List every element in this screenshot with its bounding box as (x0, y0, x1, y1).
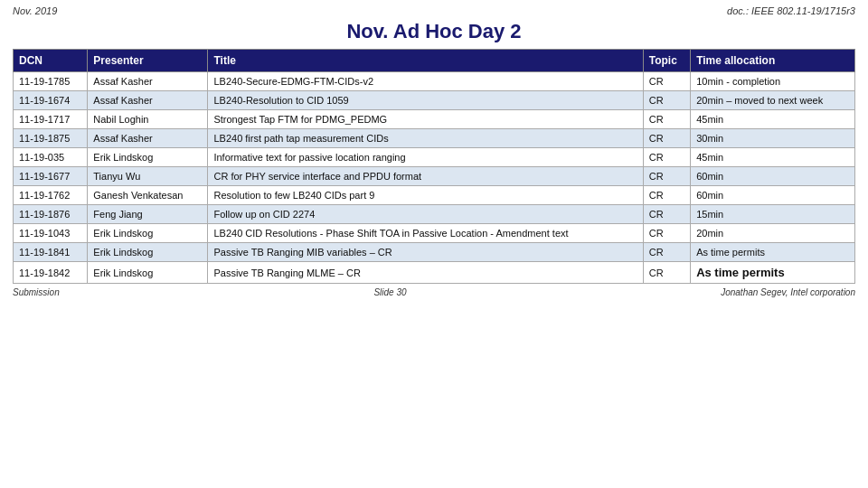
col-header-topic: Topic (643, 50, 690, 72)
cell-dcn: 11-19-1717 (14, 110, 88, 129)
cell-title: Passive TB Ranging MLME – CR (208, 262, 643, 284)
cell-presenter: Assaf Kasher (88, 91, 208, 110)
cell-time: 10min - completion (691, 72, 855, 91)
cell-topic: CR (643, 129, 690, 148)
cell-dcn: 11-19-1841 (14, 243, 88, 262)
cell-topic: CR (643, 262, 690, 284)
cell-presenter: Erik Lindskog (88, 148, 208, 167)
cell-presenter: Nabil Loghin (88, 110, 208, 129)
table-row: 11-19-035Erik LindskogInformative text f… (14, 148, 855, 167)
page-title: Nov. Ad Hoc Day 2 (13, 20, 855, 43)
cell-dcn: 11-19-1876 (14, 205, 88, 224)
cell-topic: CR (643, 243, 690, 262)
table-row: 11-19-1762Ganesh VenkatesanResolution to… (14, 186, 855, 205)
table-header-row: DCN Presenter Title Topic Time allocatio… (14, 50, 855, 72)
table-row: 11-19-1785Assaf KasherLB240-Secure-EDMG-… (14, 72, 855, 91)
cell-presenter: Feng Jiang (88, 205, 208, 224)
cell-topic: CR (643, 148, 690, 167)
cell-title: Passive TB Ranging MIB variables – CR (208, 243, 643, 262)
table-row: 11-19-1875Assaf KasherLB240 first path t… (14, 129, 855, 148)
cell-time: As time permits (691, 243, 855, 262)
footer: Submission Slide 30 Jonathan Segev, Inte… (13, 287, 855, 297)
cell-presenter: Erik Lindskog (88, 224, 208, 243)
cell-title: Follow up on CID 2274 (208, 205, 643, 224)
cell-dcn: 11-19-1674 (14, 91, 88, 110)
cell-topic: CR (643, 72, 690, 91)
cell-time: 15min (691, 205, 855, 224)
cell-title: CR for PHY service interface and PPDU fo… (208, 167, 643, 186)
cell-presenter: Assaf Kasher (88, 129, 208, 148)
cell-time: 60min (691, 167, 855, 186)
top-bar: Nov. 2019 doc.: IEEE 802.11-19/1715r3 (13, 5, 855, 16)
cell-title: LB240-Secure-EDMG-FTM-CIDs-v2 (208, 72, 643, 91)
table-row: 11-19-1717Nabil LoghinStrongest Tap FTM … (14, 110, 855, 129)
cell-time: As time permits (691, 262, 855, 284)
cell-topic: CR (643, 186, 690, 205)
footer-left: Submission (13, 287, 60, 297)
cell-topic: CR (643, 110, 690, 129)
table-row: 11-19-1043Erik LindskogLB240 CID Resolut… (14, 224, 855, 243)
header-doc: doc.: IEEE 802.11-19/1715r3 (727, 5, 855, 16)
cell-time: 45min (691, 110, 855, 129)
cell-time: 20min – moved to next week (691, 91, 855, 110)
cell-dcn: 11-19-1762 (14, 186, 88, 205)
cell-topic: CR (643, 167, 690, 186)
header-date: Nov. 2019 (13, 5, 57, 16)
cell-topic: CR (643, 91, 690, 110)
cell-dcn: 11-19-1842 (14, 262, 88, 284)
cell-time: 30min (691, 129, 855, 148)
cell-topic: CR (643, 224, 690, 243)
cell-title: Resolution to few LB240 CIDs part 9 (208, 186, 643, 205)
cell-time: 20min (691, 224, 855, 243)
cell-dcn: 11-19-1043 (14, 224, 88, 243)
footer-center: Slide 30 (373, 287, 406, 297)
table-row: 11-19-1876Feng JiangFollow up on CID 227… (14, 205, 855, 224)
cell-dcn: 11-19-035 (14, 148, 88, 167)
cell-title: Strongest Tap FTM for PDMG_PEDMG (208, 110, 643, 129)
cell-presenter: Assaf Kasher (88, 72, 208, 91)
cell-time: 45min (691, 148, 855, 167)
cell-title: Informative text for passive location ra… (208, 148, 643, 167)
cell-topic: CR (643, 205, 690, 224)
cell-presenter: Erik Lindskog (88, 243, 208, 262)
cell-dcn: 11-19-1785 (14, 72, 88, 91)
table-row: 11-19-1677Tianyu WuCR for PHY service in… (14, 167, 855, 186)
cell-title: LB240 CID Resolutions - Phase Shift TOA … (208, 224, 643, 243)
cell-title: LB240 first path tap measurement CIDs (208, 129, 643, 148)
table-row: 11-19-1674Assaf KasherLB240-Resolution t… (14, 91, 855, 110)
page: Nov. 2019 doc.: IEEE 802.11-19/1715r3 No… (0, 0, 868, 488)
table-row: 11-19-1841Erik LindskogPassive TB Rangin… (14, 243, 855, 262)
cell-time: 60min (691, 186, 855, 205)
col-header-title: Title (208, 50, 643, 72)
cell-dcn: 11-19-1677 (14, 167, 88, 186)
col-header-time: Time allocation (691, 50, 855, 72)
col-header-presenter: Presenter (88, 50, 208, 72)
cell-presenter: Erik Lindskog (88, 262, 208, 284)
cell-presenter: Tianyu Wu (88, 167, 208, 186)
table-row: 11-19-1842Erik LindskogPassive TB Rangin… (14, 262, 855, 284)
cell-presenter: Ganesh Venkatesan (88, 186, 208, 205)
footer-right: Jonathan Segev, Intel corporation (721, 287, 855, 297)
cell-title: LB240-Resolution to CID 1059 (208, 91, 643, 110)
cell-dcn: 11-19-1875 (14, 129, 88, 148)
agenda-table: DCN Presenter Title Topic Time allocatio… (13, 49, 855, 284)
col-header-dcn: DCN (14, 50, 88, 72)
